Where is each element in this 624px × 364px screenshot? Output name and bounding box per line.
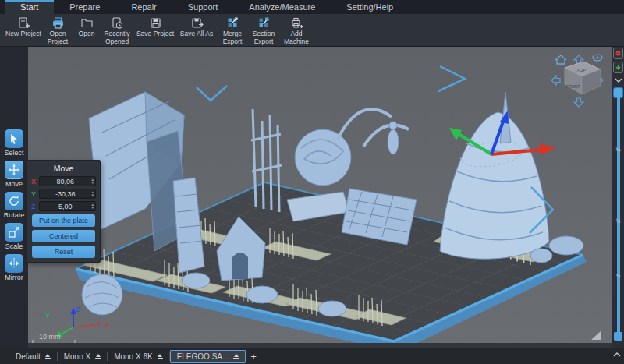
tab-analyze-measure[interactable]: Analyze/Measure xyxy=(233,0,331,14)
eject-icon[interactable] xyxy=(233,354,239,359)
model-front-blob-1[interactable] xyxy=(182,273,210,288)
machine-tab-mono-x[interactable]: Mono X xyxy=(58,350,107,363)
z-clip-slider-strip: ¼ ½ ¾ xyxy=(612,47,624,348)
rotate-down-arrow[interactable] xyxy=(574,98,583,107)
move-tool-button[interactable]: Move xyxy=(5,161,23,188)
open-project-icon xyxy=(51,16,65,30)
green-check-icon xyxy=(615,64,622,71)
z-fraction-quarter: ¼ xyxy=(612,147,624,152)
model-statue-head xyxy=(389,122,397,129)
eject-icon[interactable] xyxy=(158,354,163,359)
svg-text:Z: Z xyxy=(76,306,80,313)
model-swirl-ball-center[interactable] xyxy=(295,129,351,186)
rotate-icon xyxy=(8,195,20,207)
ribbon-tab-bar: Start Prepare Repair Support Analyze/Mea… xyxy=(0,0,624,14)
open-icon xyxy=(80,16,94,30)
viewport-3d[interactable]: TOP FRONT Z Y X 10 mm xyxy=(28,47,612,348)
move-z-row: Z ▲▼ xyxy=(31,201,96,211)
z-axis-label: Z xyxy=(31,203,37,210)
model-front-blob-3[interactable] xyxy=(318,301,346,316)
mirror-tool-button[interactable]: Mirror xyxy=(5,254,23,281)
tab-repair[interactable]: Repair xyxy=(115,0,172,14)
rotate-tool-button[interactable]: Rotate xyxy=(4,192,25,219)
svg-text:Y: Y xyxy=(45,312,50,320)
eject-icon[interactable] xyxy=(45,354,51,359)
move-y-input[interactable] xyxy=(40,190,91,198)
machine-tab-mono-x-6k[interactable]: Mono X 6K xyxy=(108,350,168,363)
tab-prepare[interactable]: Prepare xyxy=(54,0,115,14)
select-cursor-icon xyxy=(8,133,20,145)
scale-tool-button[interactable]: Scale xyxy=(5,223,23,250)
move-y-row: Y ▲▼ xyxy=(31,189,96,199)
spinner-down-icon[interactable]: ▼ xyxy=(91,194,94,197)
move-x-row: X ▲▼ xyxy=(31,176,96,186)
recently-opened-button[interactable]: Recently Opened xyxy=(100,16,134,46)
model-swirl-ball-left[interactable] xyxy=(82,274,122,315)
y-axis-label: Y xyxy=(31,190,37,198)
model-statue-body[interactable] xyxy=(388,129,399,154)
merge-export-icon xyxy=(226,16,239,30)
recently-opened-icon xyxy=(111,16,124,30)
y-spinner[interactable]: ▲▼ xyxy=(91,191,95,197)
x-axis-label: X xyxy=(31,178,37,186)
view-cube-top-label: TOP xyxy=(576,68,586,72)
move-panel-title: Move xyxy=(31,164,96,173)
scale-icon xyxy=(8,226,20,239)
machine-tab-bar: Default Mono X Mono X 6K ELEGOO SA... + xyxy=(0,348,624,364)
tab-start[interactable]: Start xyxy=(5,0,54,14)
new-project-button[interactable]: New Project xyxy=(5,16,42,39)
red-marker-icon xyxy=(615,50,622,57)
move-x-input[interactable] xyxy=(40,178,91,186)
save-all-as-button[interactable]: Save All As xyxy=(176,16,217,39)
save-all-as-icon xyxy=(190,16,204,30)
reset-button[interactable]: Reset xyxy=(32,246,95,258)
z-slider-track[interactable] xyxy=(617,97,620,334)
view-cube-front-label: FRONT xyxy=(566,84,580,89)
add-machine-button[interactable]: Add Machine xyxy=(279,16,314,46)
machine-tab-elegoo[interactable]: ELEGOO SA... xyxy=(170,350,246,363)
section-export-icon xyxy=(257,16,271,30)
spinner-down-icon[interactable]: ▼ xyxy=(91,207,94,210)
slider-green-button[interactable] xyxy=(613,62,623,73)
tool-sidebar: Select Move Rotate Scale Mirror xyxy=(0,47,28,348)
chevron-up-icon[interactable] xyxy=(613,352,621,357)
tab-support[interactable]: Support xyxy=(172,0,234,14)
open-button[interactable]: Open xyxy=(73,16,100,39)
model-front-blob-2[interactable] xyxy=(246,286,278,303)
move-z-input[interactable] xyxy=(40,203,91,210)
merge-export-button[interactable]: Merge Export xyxy=(217,16,248,46)
model-right-blob-2[interactable] xyxy=(530,249,552,263)
select-tool-button[interactable]: Select xyxy=(4,129,23,157)
view-cube-widget[interactable]: TOP FRONT xyxy=(551,55,603,107)
tab-setting-help[interactable]: Setting/Help xyxy=(331,0,409,14)
home-view-icon[interactable] xyxy=(555,55,566,64)
add-machine-tab-button[interactable]: + xyxy=(246,351,261,362)
machine-tab-default[interactable]: Default xyxy=(9,350,57,363)
section-export-button[interactable]: Section Export xyxy=(248,16,279,46)
mirror-icon xyxy=(8,257,20,270)
move-icon xyxy=(8,164,20,176)
centered-button[interactable]: Centered xyxy=(32,230,95,242)
viewport-scene: TOP FRONT Z Y X 10 mm xyxy=(28,47,612,348)
viewport-corner-handle-icon[interactable] xyxy=(591,331,601,340)
add-machine-icon xyxy=(290,16,303,30)
ribbon-toolbar: New Project Open Project Open Recently O… xyxy=(0,14,624,47)
z-fraction-three-quarter: ¾ xyxy=(612,273,624,278)
model-right-blob[interactable] xyxy=(549,236,583,255)
open-project-button[interactable]: Open Project xyxy=(42,16,73,46)
new-project-icon xyxy=(17,16,30,30)
slider-red-button[interactable] xyxy=(613,48,623,59)
put-on-plate-button[interactable]: Put on the plate xyxy=(32,214,95,227)
rotate-left-arrow[interactable] xyxy=(551,76,560,85)
x-spinner[interactable]: ▲▼ xyxy=(91,178,95,185)
z-fraction-half: ½ xyxy=(612,218,624,224)
move-panel: Move X ▲▼ Y ▲▼ Z ▲▼ Put on the plate Cen… xyxy=(27,160,101,263)
svg-text:10 mm: 10 mm xyxy=(39,333,61,341)
z-slider-bottom-handle[interactable] xyxy=(614,332,622,341)
svg-text:X: X xyxy=(105,321,109,329)
spinner-down-icon[interactable]: ▼ xyxy=(91,182,94,185)
eject-icon[interactable] xyxy=(95,354,101,359)
chevron-down-icon[interactable] xyxy=(615,78,622,83)
save-project-button[interactable]: Save Project xyxy=(134,16,176,39)
z-spinner[interactable]: ▲▼ xyxy=(91,203,95,210)
